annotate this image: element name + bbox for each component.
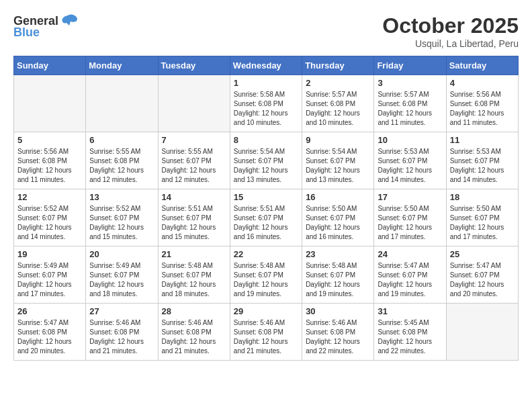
day-number: 25 bbox=[450, 249, 515, 259]
calendar-day-cell bbox=[446, 304, 518, 361]
location-title: Usquil, La Libertad, Peru bbox=[382, 38, 519, 49]
calendar-day-cell bbox=[158, 75, 230, 132]
weekday-header-monday: Monday bbox=[86, 56, 158, 75]
calendar-day-cell: 5Sunrise: 5:56 AM Sunset: 6:08 PM Daylig… bbox=[14, 132, 86, 189]
calendar-week-row: 5Sunrise: 5:56 AM Sunset: 6:08 PM Daylig… bbox=[14, 132, 519, 189]
calendar-day-cell: 24Sunrise: 5:47 AM Sunset: 6:07 PM Dayli… bbox=[374, 246, 446, 304]
calendar-day-cell: 21Sunrise: 5:48 AM Sunset: 6:07 PM Dayli… bbox=[158, 246, 230, 304]
calendar-day-cell: 25Sunrise: 5:47 AM Sunset: 6:07 PM Dayli… bbox=[446, 246, 518, 304]
day-info: Sunrise: 5:46 AM Sunset: 6:08 PM Dayligh… bbox=[234, 318, 298, 356]
day-number: 19 bbox=[17, 249, 82, 259]
day-info: Sunrise: 5:46 AM Sunset: 6:08 PM Dayligh… bbox=[89, 318, 154, 356]
calendar-week-row: 12Sunrise: 5:52 AM Sunset: 6:07 PM Dayli… bbox=[14, 189, 519, 246]
calendar-day-cell: 3Sunrise: 5:57 AM Sunset: 6:08 PM Daylig… bbox=[374, 75, 446, 132]
day-info: Sunrise: 5:52 AM Sunset: 6:07 PM Dayligh… bbox=[89, 204, 154, 242]
calendar-week-row: 26Sunrise: 5:47 AM Sunset: 6:08 PM Dayli… bbox=[14, 304, 519, 361]
weekday-header-row: SundayMondayTuesdayWednesdayThursdayFrid… bbox=[14, 56, 519, 75]
calendar-day-cell: 28Sunrise: 5:46 AM Sunset: 6:08 PM Dayli… bbox=[158, 304, 230, 361]
day-info: Sunrise: 5:53 AM Sunset: 6:07 PM Dayligh… bbox=[450, 147, 515, 185]
calendar-day-cell: 19Sunrise: 5:49 AM Sunset: 6:07 PM Dayli… bbox=[14, 246, 86, 304]
day-number: 12 bbox=[17, 192, 82, 202]
day-number: 6 bbox=[89, 135, 154, 145]
weekday-header-thursday: Thursday bbox=[302, 56, 374, 75]
calendar-day-cell: 14Sunrise: 5:51 AM Sunset: 6:07 PM Dayli… bbox=[158, 189, 230, 246]
calendar-day-cell: 15Sunrise: 5:51 AM Sunset: 6:07 PM Dayli… bbox=[230, 189, 302, 246]
day-number: 15 bbox=[234, 192, 298, 202]
calendar-day-cell: 26Sunrise: 5:47 AM Sunset: 6:08 PM Dayli… bbox=[14, 304, 86, 361]
logo-blue-text: Blue bbox=[13, 26, 40, 40]
day-info: Sunrise: 5:47 AM Sunset: 6:07 PM Dayligh… bbox=[450, 261, 515, 299]
day-info: Sunrise: 5:56 AM Sunset: 6:08 PM Dayligh… bbox=[450, 90, 515, 128]
calendar-day-cell: 1Sunrise: 5:58 AM Sunset: 6:08 PM Daylig… bbox=[230, 75, 302, 132]
day-number: 4 bbox=[450, 78, 515, 88]
day-info: Sunrise: 5:45 AM Sunset: 6:08 PM Dayligh… bbox=[378, 318, 442, 356]
day-number: 13 bbox=[89, 192, 154, 202]
day-number: 26 bbox=[17, 306, 82, 316]
day-info: Sunrise: 5:54 AM Sunset: 6:07 PM Dayligh… bbox=[306, 147, 370, 185]
day-number: 23 bbox=[306, 249, 370, 259]
calendar-day-cell: 11Sunrise: 5:53 AM Sunset: 6:07 PM Dayli… bbox=[446, 132, 518, 189]
day-number: 24 bbox=[378, 249, 442, 259]
calendar-day-cell: 22Sunrise: 5:48 AM Sunset: 6:07 PM Dayli… bbox=[230, 246, 302, 304]
logo: General Blue bbox=[13, 13, 79, 40]
day-info: Sunrise: 5:47 AM Sunset: 6:08 PM Dayligh… bbox=[17, 318, 82, 356]
day-info: Sunrise: 5:56 AM Sunset: 6:08 PM Dayligh… bbox=[17, 147, 82, 185]
day-info: Sunrise: 5:49 AM Sunset: 6:07 PM Dayligh… bbox=[17, 261, 82, 299]
calendar-day-cell: 8Sunrise: 5:54 AM Sunset: 6:07 PM Daylig… bbox=[230, 132, 302, 189]
day-info: Sunrise: 5:47 AM Sunset: 6:07 PM Dayligh… bbox=[378, 261, 442, 299]
day-info: Sunrise: 5:54 AM Sunset: 6:07 PM Dayligh… bbox=[234, 147, 298, 185]
calendar-day-cell: 16Sunrise: 5:50 AM Sunset: 6:07 PM Dayli… bbox=[302, 189, 374, 246]
calendar-day-cell: 18Sunrise: 5:50 AM Sunset: 6:07 PM Dayli… bbox=[446, 189, 518, 246]
day-info: Sunrise: 5:48 AM Sunset: 6:07 PM Dayligh… bbox=[234, 261, 298, 299]
weekday-header-sunday: Sunday bbox=[14, 56, 86, 75]
calendar-day-cell: 7Sunrise: 5:55 AM Sunset: 6:07 PM Daylig… bbox=[158, 132, 230, 189]
day-info: Sunrise: 5:52 AM Sunset: 6:07 PM Dayligh… bbox=[17, 204, 82, 242]
day-number: 30 bbox=[306, 306, 370, 316]
weekday-header-friday: Friday bbox=[374, 56, 446, 75]
day-info: Sunrise: 5:53 AM Sunset: 6:07 PM Dayligh… bbox=[378, 147, 442, 185]
day-info: Sunrise: 5:55 AM Sunset: 6:07 PM Dayligh… bbox=[162, 147, 226, 185]
day-number: 7 bbox=[162, 135, 226, 145]
calendar-day-cell: 31Sunrise: 5:45 AM Sunset: 6:08 PM Dayli… bbox=[374, 304, 446, 361]
calendar-day-cell: 2Sunrise: 5:57 AM Sunset: 6:08 PM Daylig… bbox=[302, 75, 374, 132]
logo-bird-icon bbox=[60, 13, 79, 28]
day-info: Sunrise: 5:58 AM Sunset: 6:08 PM Dayligh… bbox=[234, 90, 298, 128]
calendar-week-row: 1Sunrise: 5:58 AM Sunset: 6:08 PM Daylig… bbox=[14, 75, 519, 132]
day-number: 5 bbox=[17, 135, 82, 145]
calendar-day-cell bbox=[14, 75, 86, 132]
calendar-table: SundayMondayTuesdayWednesdayThursdayFrid… bbox=[13, 56, 519, 361]
day-info: Sunrise: 5:51 AM Sunset: 6:07 PM Dayligh… bbox=[234, 204, 298, 242]
day-number: 29 bbox=[234, 306, 298, 316]
day-info: Sunrise: 5:55 AM Sunset: 6:08 PM Dayligh… bbox=[89, 147, 154, 185]
day-info: Sunrise: 5:46 AM Sunset: 6:08 PM Dayligh… bbox=[306, 318, 370, 356]
day-number: 3 bbox=[378, 78, 442, 88]
day-info: Sunrise: 5:51 AM Sunset: 6:07 PM Dayligh… bbox=[162, 204, 226, 242]
calendar-day-cell: 6Sunrise: 5:55 AM Sunset: 6:08 PM Daylig… bbox=[86, 132, 158, 189]
title-area: October 2025 Usquil, La Libertad, Peru bbox=[382, 13, 519, 49]
day-info: Sunrise: 5:48 AM Sunset: 6:07 PM Dayligh… bbox=[306, 261, 370, 299]
calendar-day-cell: 12Sunrise: 5:52 AM Sunset: 6:07 PM Dayli… bbox=[14, 189, 86, 246]
day-number: 28 bbox=[162, 306, 226, 316]
day-number: 20 bbox=[89, 249, 154, 259]
calendar-day-cell: 13Sunrise: 5:52 AM Sunset: 6:07 PM Dayli… bbox=[86, 189, 158, 246]
calendar-day-cell: 23Sunrise: 5:48 AM Sunset: 6:07 PM Dayli… bbox=[302, 246, 374, 304]
day-info: Sunrise: 5:48 AM Sunset: 6:07 PM Dayligh… bbox=[162, 261, 226, 299]
day-number: 9 bbox=[306, 135, 370, 145]
day-info: Sunrise: 5:46 AM Sunset: 6:08 PM Dayligh… bbox=[162, 318, 226, 356]
day-number: 22 bbox=[234, 249, 298, 259]
day-info: Sunrise: 5:50 AM Sunset: 6:07 PM Dayligh… bbox=[306, 204, 370, 242]
calendar-day-cell: 30Sunrise: 5:46 AM Sunset: 6:08 PM Dayli… bbox=[302, 304, 374, 361]
calendar-week-row: 19Sunrise: 5:49 AM Sunset: 6:07 PM Dayli… bbox=[14, 246, 519, 304]
weekday-header-wednesday: Wednesday bbox=[230, 56, 302, 75]
day-number: 8 bbox=[234, 135, 298, 145]
day-number: 31 bbox=[378, 306, 442, 316]
day-number: 17 bbox=[378, 192, 442, 202]
page-header: General Blue October 2025 Usquil, La Lib… bbox=[13, 13, 519, 49]
calendar-day-cell: 10Sunrise: 5:53 AM Sunset: 6:07 PM Dayli… bbox=[374, 132, 446, 189]
calendar-day-cell: 9Sunrise: 5:54 AM Sunset: 6:07 PM Daylig… bbox=[302, 132, 374, 189]
day-number: 11 bbox=[450, 135, 515, 145]
weekday-header-saturday: Saturday bbox=[446, 56, 518, 75]
calendar-day-cell: 27Sunrise: 5:46 AM Sunset: 6:08 PM Dayli… bbox=[86, 304, 158, 361]
calendar-day-cell bbox=[86, 75, 158, 132]
day-number: 18 bbox=[450, 192, 515, 202]
